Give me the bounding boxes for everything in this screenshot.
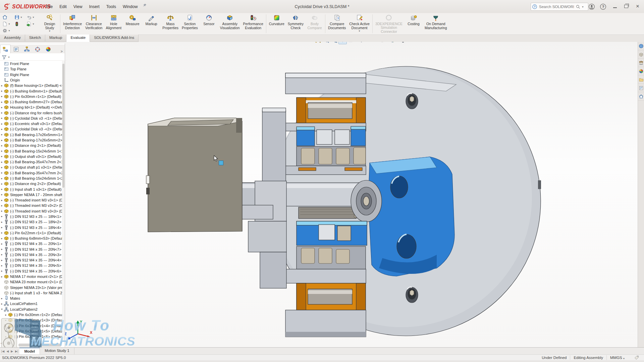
menu-edit[interactable]: Edit	[56, 3, 70, 10]
expand-arrow-icon[interactable]: ▸	[4, 335, 8, 338]
toolbox-button[interactable]	[638, 50, 644, 59]
expand-arrow-icon[interactable]: ▸	[0, 144, 4, 147]
expand-arrow-icon[interactable]: ▸	[0, 221, 4, 224]
expand-arrow-icon[interactable]: ▸	[0, 275, 4, 278]
sensor-button[interactable]: Sensor	[200, 13, 218, 34]
tree-item[interactable]: ▸(-) DIN 912 M3 x 25 --- 18N<4> (DIN	[0, 225, 62, 230]
expand-arrow-icon[interactable]: ▸	[0, 264, 4, 267]
tree-horizontal-scrollbar-thumb[interactable]	[18, 344, 61, 347]
expand-arrow-icon[interactable]: ▸	[0, 188, 4, 191]
apply-scene-button[interactable]: ▼	[389, 42, 399, 44]
tree-item[interactable]: Right Plane	[0, 72, 62, 77]
dropdown-arrow-icon[interactable]: ▼	[20, 16, 22, 18]
tab-evaluate[interactable]: Evaluate	[66, 35, 90, 42]
expand-arrow-icon[interactable]: ▸	[0, 149, 4, 153]
expand-arrow-icon[interactable]: ▸	[0, 122, 4, 125]
menu-file[interactable]: File	[43, 3, 56, 10]
panel-tab-featuremanager[interactable]	[0, 45, 11, 53]
tree-item[interactable]: ▸(-) DIN 912 M4 x 35 --- 20N<3> (DIN	[0, 252, 62, 257]
tree-item[interactable]: ▸(-) Distance ring 2<2> (Default) <<D	[0, 181, 62, 186]
tree-item[interactable]: ▸NEMA 17 motor mount r2<1> (Defau	[0, 274, 62, 279]
filter-funnel-icon[interactable]	[2, 55, 7, 60]
expand-arrow-icon[interactable]: ▸	[0, 302, 4, 305]
tree-item[interactable]: ▸(-) Distance ring for rollers bushings-	[0, 110, 62, 116]
tab-nav-first-icon[interactable]: |◀	[1, 350, 4, 353]
performance-evaluation-button[interactable]: PerformanceEvaluation	[241, 13, 265, 34]
expand-arrow-icon[interactable]: ▸	[0, 269, 4, 273]
display-style-button[interactable]: ▼	[358, 42, 368, 44]
tree-item[interactable]: ▸Stepper NEMA 17 - 20mm shaft r2<	[0, 192, 62, 197]
search-icon[interactable]	[576, 5, 580, 9]
tree-scrollbar-thumb[interactable]	[62, 64, 64, 188]
tree-item[interactable]: Top Plane	[0, 66, 62, 72]
tree-item[interactable]: ▸(-) Output shaft v3<1> (Default) <<D	[0, 154, 62, 159]
tree-item[interactable]: ▸(-) Input shaft 1 v3<1> (Default) <<D	[0, 186, 62, 192]
tree-item[interactable]: ▸(-) DIN 912 M4 x 35 --- 20N<5> (DIN	[0, 263, 62, 268]
expand-arrow-icon[interactable]: ▸	[0, 111, 4, 114]
expand-arrow-icon[interactable]: ▸	[4, 313, 8, 316]
expand-arrow-icon[interactable]: ▾	[0, 308, 4, 311]
globe-button[interactable]	[638, 42, 644, 50]
save-button[interactable]: ▼	[13, 14, 25, 20]
tree-item[interactable]: ▸(-) DIN 912 M3 x 25 --- 18N<2> (DIN	[0, 219, 62, 225]
hide-show-button[interactable]: ▼	[368, 42, 378, 44]
tree-item[interactable]: ▸(-) Pin 6x22mm r1<1> (Default) <<D	[0, 230, 62, 236]
tree-item[interactable]: ▸(-) Pin 6x30mm r1<3> (Default)	[0, 317, 62, 323]
expand-arrow-icon[interactable]: ▸	[0, 133, 4, 136]
expand-arrow-icon[interactable]: ▸	[0, 199, 4, 202]
panel-tab-overflow-icon[interactable]: >	[59, 49, 65, 53]
expand-arrow-icon[interactable]: ▸	[0, 128, 4, 131]
view-palette-button[interactable]	[638, 84, 644, 92]
tree-item[interactable]: ▸(-) Ball Bearing-35x47x7mm 2<1> (B	[0, 159, 62, 165]
tab-solidworks-add-ins[interactable]: SOLIDWORKS Add-Ins	[90, 35, 139, 42]
dropdown-arrow-icon[interactable]: ▼	[32, 23, 35, 25]
tree-filter-row[interactable]: ▼	[0, 54, 66, 61]
tree-item[interactable]: ▸(f) Base housing<1> (Default) <<Def	[0, 83, 62, 88]
menu-window[interactable]: Window	[120, 3, 141, 10]
panel-tab-configurationmanager[interactable]	[21, 45, 32, 53]
expand-arrow-icon[interactable]: ▸	[0, 215, 4, 218]
tree-item[interactable]: ▸(-) DIN 912 M4 x 35 --- 20N<6> (DIN	[0, 268, 62, 274]
expand-arrow-icon[interactable]: ▸	[0, 248, 4, 251]
expand-arrow-icon[interactable]: ▸	[4, 319, 8, 322]
search-scope-dropdown-icon[interactable]: ▼	[582, 6, 584, 8]
measure-button[interactable]: Measure	[123, 13, 142, 34]
tree-item[interactable]: ▸(-) Threaded insert M3 v3<2> (Defau	[0, 203, 62, 208]
tree-item[interactable]: ▸(-) Threaded insert M3 v3<1> (Defau	[0, 197, 62, 203]
menu-tools[interactable]: Tools	[103, 3, 119, 10]
markup-button[interactable]: Markup	[142, 13, 161, 34]
expand-arrow-icon[interactable]: ▸	[0, 242, 4, 245]
tree-item[interactable]: ▸(-) Distance ring 2<1> (Default) <<D	[0, 143, 62, 148]
user-account-button[interactable]	[588, 3, 596, 11]
assembly-visualization-button[interactable]: AssemblyVisualization	[218, 13, 241, 34]
graphics-viewport[interactable]: ▼▼▼▼▼▼ × Y X Z	[0, 42, 638, 347]
help-search-box[interactable]: ? ▼	[531, 3, 588, 11]
view-settings-button[interactable]: ▼	[399, 42, 409, 44]
menu-insert[interactable]: Insert	[86, 3, 103, 10]
custom-properties-tag-icon[interactable]	[634, 355, 639, 360]
section-properties-button[interactable]: SectionProperties	[180, 13, 200, 34]
tree-item[interactable]: ▸(-) Ball Bearing-17x26x5mm<1> (Bal	[0, 132, 62, 137]
expand-arrow-icon[interactable]: ▸	[0, 259, 4, 262]
tree-item[interactable]: ▸(-) DIN 912 M4 x 35 --- 20N<1> (DIN	[0, 241, 62, 246]
filter-dropdown-icon[interactable]: ▼	[8, 56, 10, 58]
costing-button[interactable]: Costing	[404, 13, 423, 34]
tab-nav-prev-icon[interactable]: ◀	[6, 350, 9, 353]
expand-arrow-icon[interactable]: ▸	[0, 253, 4, 256]
options-gear-button[interactable]: ▼	[1, 27, 13, 34]
home-button[interactable]	[1, 14, 13, 20]
expand-arrow-icon[interactable]: ▸	[0, 231, 4, 234]
tree-item[interactable]: ▸(-) Pin 6x30mm r1<5> (Default)	[0, 328, 62, 334]
compare-documents-button[interactable]: ?CompareDocuments	[326, 13, 347, 34]
new-document-button[interactable]: ▼	[1, 21, 13, 27]
rebuild-button[interactable]	[13, 21, 25, 27]
appearances-wheel-button[interactable]	[638, 67, 644, 75]
expand-arrow-icon[interactable]: ▸	[0, 84, 4, 87]
tab-assembly[interactable]: Assembly	[0, 35, 25, 42]
expand-arrow-icon[interactable]: ▸	[0, 139, 4, 142]
expand-arrow-icon[interactable]: ▸	[0, 95, 4, 98]
clearance-verification-button[interactable]: ClearanceVerification	[84, 13, 104, 34]
tree-item[interactable]: ▸(-) Cycloidal Disk v3 -<1> (Default) <	[0, 116, 62, 121]
design-study-button[interactable]: DesignStudy▼	[40, 13, 59, 34]
expand-arrow-icon[interactable]: ▸	[0, 171, 4, 174]
